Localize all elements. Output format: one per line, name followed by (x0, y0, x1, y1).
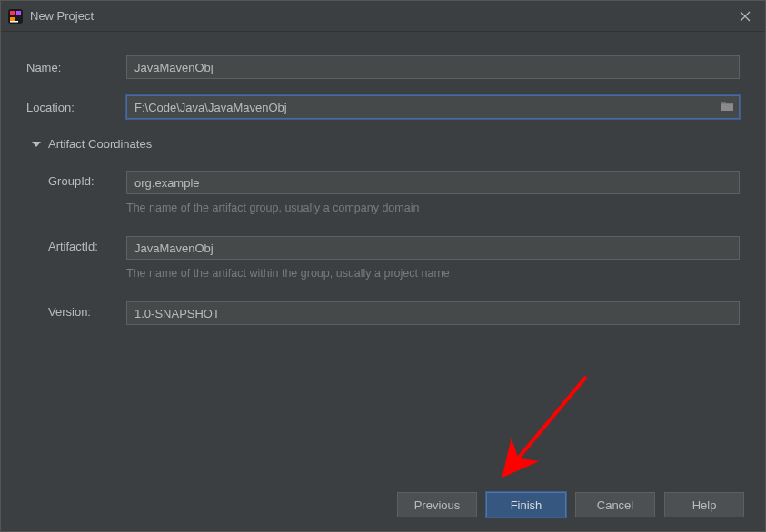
artifact-section: GroupId: The name of the artifact group,… (26, 171, 740, 325)
name-row: Name: (26, 55, 740, 79)
groupid-input[interactable] (126, 171, 740, 194)
artifactid-row: ArtifactId: The name of the artifact wit… (48, 236, 740, 294)
version-label: Version: (48, 301, 126, 319)
close-icon[interactable] (732, 4, 758, 29)
expand-triangle-icon (32, 142, 41, 147)
finish-button[interactable]: Finish (486, 492, 566, 517)
version-input[interactable] (126, 301, 740, 325)
name-input[interactable] (126, 55, 740, 79)
version-row: Version: (48, 301, 740, 325)
app-icon (8, 9, 23, 24)
artifactid-input[interactable] (126, 236, 740, 260)
artifactid-help-text: The name of the artifact within the grou… (126, 267, 740, 280)
name-label: Name: (26, 61, 126, 74)
location-label: Location: (26, 101, 126, 114)
artifactid-label: ArtifactId: (48, 236, 126, 253)
artifact-coordinates-header[interactable]: Artifact Coordinates (32, 137, 740, 151)
annotation-arrow-icon (482, 368, 618, 504)
browse-folder-icon[interactable] (720, 100, 734, 114)
artifact-section-title: Artifact Coordinates (48, 137, 152, 151)
svg-rect-4 (10, 21, 18, 23)
previous-button[interactable]: Previous (397, 492, 477, 517)
help-button[interactable]: Help (664, 492, 744, 517)
window-title: New Project (30, 9, 94, 23)
titlebar: New Project (1, 1, 765, 32)
groupid-label: GroupId: (48, 171, 126, 188)
svg-rect-1 (10, 11, 15, 15)
groupid-row: GroupId: The name of the artifact group,… (48, 171, 740, 229)
svg-rect-2 (16, 11, 21, 15)
location-row: Location: (26, 95, 740, 119)
groupid-help-text: The name of the artifact group, usually … (126, 202, 740, 214)
button-bar: Previous Finish Cancel Help (397, 492, 744, 517)
dialog-content: Name: Location: Artifact Coordinates Gro… (1, 32, 765, 341)
cancel-button[interactable]: Cancel (575, 492, 655, 517)
location-input[interactable] (126, 95, 740, 119)
